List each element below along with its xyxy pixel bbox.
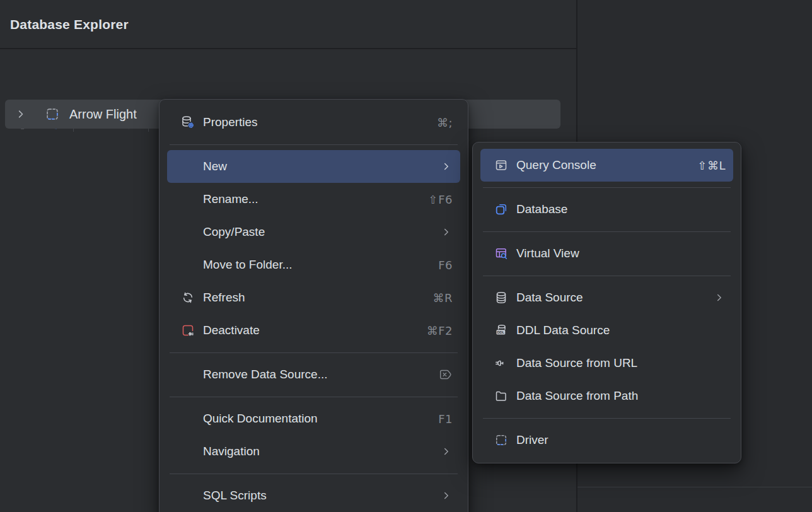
- menu-item-accessory: ⇧F6: [429, 193, 453, 206]
- shortcut-label: ⌘F2: [427, 324, 453, 337]
- menu-item-accessory: [438, 367, 453, 382]
- editor-divider: [577, 487, 812, 487]
- menu-item-icon-slot: [180, 367, 195, 382]
- virtual-view-icon: [494, 246, 509, 261]
- menu-item-label: Properties: [203, 115, 437, 129]
- menu-item-sql-scripts[interactable]: SQL Scripts: [167, 479, 460, 512]
- menu-separator: [473, 182, 741, 193]
- menu-item-accessory: [440, 160, 453, 173]
- menu-item-remove-data-source[interactable]: Remove Data Source...: [167, 358, 460, 391]
- menu-item-label: SQL Scripts: [203, 489, 440, 503]
- menu-item-copy-paste[interactable]: Copy/Paste: [167, 216, 460, 248]
- menu-item-label: Remove Data Source...: [203, 368, 438, 381]
- menu-item-driver[interactable]: Driver: [480, 424, 733, 457]
- menu-item-label: Refresh: [203, 291, 432, 305]
- deactivate-icon: [180, 323, 195, 338]
- menu-item-label: Quick Documentation: [203, 412, 438, 426]
- context-menu: Properties⌘;NewRename...⇧F6Copy/PasteMov…: [159, 99, 468, 512]
- menu-item-label: Rename...: [203, 192, 429, 206]
- console-icon: [494, 158, 509, 173]
- menu-separator: [160, 139, 468, 150]
- menu-item-label: DDL Data Source: [516, 323, 726, 337]
- menu-item-database[interactable]: Database: [480, 193, 733, 226]
- submenu-arrow-icon: [440, 226, 453, 238]
- menu-item-label: Virtual View: [516, 247, 726, 260]
- menu-separator: [473, 226, 741, 237]
- panel-title: Database Explorer: [10, 0, 129, 49]
- menu-item-accessory: F6: [438, 259, 453, 272]
- menu-item-data-source[interactable]: Data Source: [480, 281, 733, 314]
- menu-item-refresh[interactable]: Refresh⌘R: [167, 281, 460, 314]
- menu-item-accessory: ⌘R: [432, 291, 453, 305]
- datasource-gear-icon: [180, 115, 195, 130]
- menu-item-deactivate[interactable]: Deactivate⌘F2: [167, 314, 460, 347]
- menu-item-label: Query Console: [516, 158, 697, 172]
- menu-item-accessory: ⌘;: [437, 116, 453, 129]
- menu-item-icon-slot: [180, 411, 195, 426]
- menu-item-quick-documentation[interactable]: Quick DocumentationF1: [167, 402, 460, 435]
- menu-separator: [473, 270, 741, 281]
- tree-item-label: Arrow Flight: [69, 107, 137, 122]
- folder-icon: [494, 388, 509, 404]
- database-icon: [494, 290, 509, 305]
- menu-item-label: Data Source: [516, 291, 713, 305]
- menu-item-label: Deactivate: [203, 323, 427, 337]
- menu-item-label: Navigation: [203, 445, 440, 458]
- submenu-arrow-icon: [440, 445, 453, 458]
- shortcut-label: ⇧F6: [429, 193, 453, 206]
- shortcut-label: F6: [438, 259, 453, 272]
- menu-item-accessory: [440, 489, 453, 502]
- menu-item-accessory: ⇧⌘L: [697, 159, 726, 172]
- menu-item-label: Database: [516, 202, 726, 216]
- menu-item-new[interactable]: New: [167, 150, 460, 183]
- menu-item-accessory: [440, 226, 453, 238]
- shortcut-label: F1: [438, 412, 453, 426]
- toolbar: DDL: [0, 50, 576, 91]
- shortcut-label: ⇧⌘L: [697, 159, 726, 172]
- menu-item-label: Data Source from URL: [516, 356, 726, 370]
- menu-item-icon-slot: [180, 159, 195, 174]
- menu-item-navigation[interactable]: Navigation: [167, 435, 460, 468]
- menu-item-data-source-from-path[interactable]: Data Source from Path: [480, 380, 733, 412]
- chevron-right-icon[interactable]: [14, 107, 28, 121]
- driver-icon: [44, 106, 61, 122]
- menu-item-icon-slot: [180, 488, 195, 503]
- menu-item-ddl-data-source[interactable]: DDLDDL Data Source: [480, 314, 733, 347]
- menu-separator: [160, 391, 468, 402]
- submenu-arrow-icon: [713, 291, 726, 304]
- menu-item-label: Driver: [516, 433, 726, 447]
- menu-item-query-console[interactable]: Query Console⇧⌘L: [480, 149, 733, 182]
- menu-item-accessory: ⌘F2: [427, 324, 453, 337]
- menu-item-icon-slot: [180, 192, 195, 207]
- panel-header: Database Explorer: [0, 0, 576, 49]
- menu-item-virtual-view[interactable]: Virtual View: [480, 237, 733, 270]
- submenu-arrow-icon: [440, 160, 453, 173]
- driver-icon: [494, 433, 509, 448]
- menu-separator: [160, 347, 468, 358]
- menu-item-properties[interactable]: Properties⌘;: [167, 106, 460, 139]
- menu-item-icon-slot: [180, 224, 195, 240]
- shortcut-label: ⌘;: [437, 116, 453, 129]
- menu-item-label: New: [203, 160, 440, 173]
- plug-icon: [494, 356, 509, 371]
- delete-icon: [438, 367, 453, 382]
- new-submenu: Query Console⇧⌘LDatabaseVirtual ViewData…: [472, 142, 741, 463]
- menu-item-label: Data Source from Path: [516, 389, 726, 403]
- menu-item-accessory: F1: [438, 412, 453, 426]
- database-explorer-window: Database Explorer DDL Arrow Flight Prope…: [0, 0, 812, 512]
- svg-text:DDL: DDL: [497, 330, 504, 334]
- menu-item-accessory: [713, 291, 726, 304]
- submenu-arrow-icon: [440, 489, 453, 502]
- refresh-icon: [180, 290, 195, 305]
- menu-item-data-source-from-url[interactable]: Data Source from URL: [480, 347, 733, 380]
- menu-separator: [473, 412, 741, 424]
- menu-item-icon-slot: [180, 444, 195, 459]
- database-copy-icon: [494, 202, 509, 217]
- menu-item-move-to-folder[interactable]: Move to Folder...F6: [167, 248, 460, 281]
- menu-item-icon-slot: [180, 257, 195, 272]
- menu-item-label: Move to Folder...: [203, 258, 438, 272]
- menu-item-label: Copy/Paste: [203, 225, 440, 239]
- ddl-datasource-icon: DDL: [494, 323, 509, 338]
- menu-item-rename[interactable]: Rename...⇧F6: [167, 183, 460, 216]
- menu-separator: [160, 468, 468, 479]
